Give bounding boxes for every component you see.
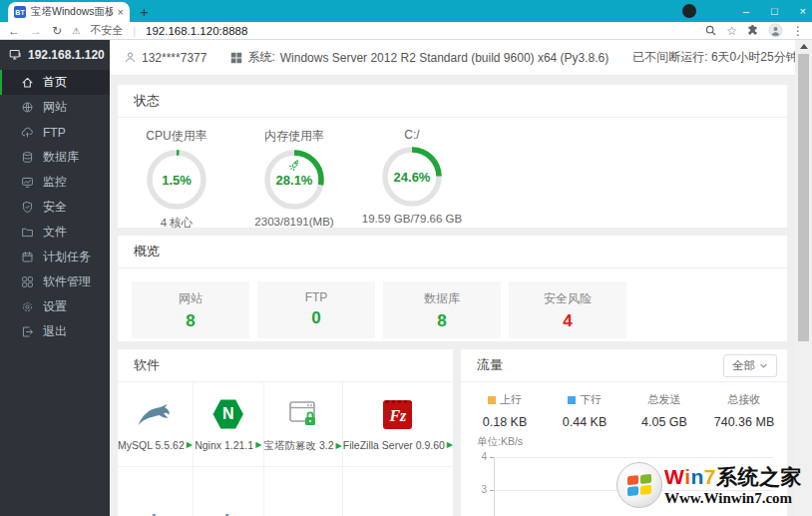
traffic-down-stat: 下行 0.44 KB xyxy=(545,392,624,429)
memory-percent: 28.1% xyxy=(263,173,325,188)
sidebar-item-website[interactable]: 网站 xyxy=(0,95,110,120)
profile-avatar-icon[interactable] xyxy=(768,23,783,38)
disk-percent: 24.6% xyxy=(381,170,443,185)
calendar-icon xyxy=(21,251,34,263)
scrollbar-thumb[interactable] xyxy=(798,54,809,341)
sidebar-item-ftp[interactable]: FTP xyxy=(0,120,110,145)
release-memory-rocket-icon[interactable] xyxy=(288,160,300,172)
zoom-icon[interactable] xyxy=(704,24,717,37)
traffic-filter-select[interactable]: 全部 xyxy=(723,354,777,377)
software-empty-cell xyxy=(343,467,453,516)
forward-icon[interactable]: → xyxy=(30,25,42,37)
browser-tab[interactable]: BT 宝塔Windows面板 × xyxy=(8,2,130,22)
running-play-icon: ▶ xyxy=(255,441,261,449)
overview-card-database[interactable]: 数据库 8 xyxy=(383,281,501,338)
software-panel: 软件 MySQL 5.5.62▶ N Nginx 1.21.1▶ 宝塔防篡改 xyxy=(118,349,453,516)
screen: BT 宝塔Windows面板 × + – □ × ← → ↻ ⚠ 不安全 | 1… xyxy=(0,0,812,516)
not-secure-warning-icon[interactable]: ⚠ xyxy=(72,26,80,36)
sidebar-item-security[interactable]: 安全 xyxy=(0,195,110,220)
reload-icon[interactable]: ↻ xyxy=(52,25,62,37)
tab-close-icon[interactable]: × xyxy=(118,7,124,18)
status-panel-title: 状态 xyxy=(118,85,787,118)
top-info-bar: 132****7377 系统: Windows Server 2012 R2 S… xyxy=(110,40,795,76)
memory-gauge: 内存使用率 28.1% 2303/8191(MB) xyxy=(235,124,353,231)
software-item-nginx[interactable]: N Nginx 1.21.1▶ xyxy=(194,382,264,467)
system-group: 系统: Windows Server 2012 R2 Standard (bui… xyxy=(230,49,609,66)
watermark-site: Www.Winwin7.com xyxy=(664,491,802,506)
software-item-filezilla[interactable]: Fz FileZilla Server 0.9.60▶ xyxy=(343,382,453,467)
overview-card-website[interactable]: 网站 8 xyxy=(132,281,249,338)
winwin7-watermark: Win7系统之家 Www.Winwin7.com xyxy=(616,462,802,508)
browser-menu-icon[interactable]: ⋮ xyxy=(792,25,804,37)
page-scrollbar[interactable] xyxy=(795,40,812,516)
user-icon xyxy=(124,51,137,64)
software-empty-cell xyxy=(264,467,343,516)
uptime-text: 已不间断运行: 6天0小时25分钟 xyxy=(632,49,797,66)
nginx-icon: N xyxy=(212,399,243,430)
windows-flag-icon xyxy=(627,473,651,497)
chart-y-axis xyxy=(494,457,495,516)
windows-logo-icon xyxy=(230,52,242,64)
maximize-button[interactable]: □ xyxy=(771,6,778,17)
bookmark-star-icon[interactable]: ☆ xyxy=(726,25,737,37)
minimize-button[interactable]: – xyxy=(743,6,749,17)
back-icon[interactable]: ← xyxy=(8,25,20,37)
watermark-brand: Win7系统之家 xyxy=(664,466,802,487)
overview-card-security-risk[interactable]: 安全风险 4 xyxy=(509,281,626,338)
memory-usage: 2303/8191(MB) xyxy=(235,216,353,228)
sidebar-item-monitor[interactable]: 监控 xyxy=(0,170,110,195)
user-group[interactable]: 132****7377 xyxy=(124,51,206,65)
monitor-icon xyxy=(21,176,34,189)
software-item-php-2[interactable]: php xyxy=(194,467,264,516)
server-monitor-icon xyxy=(9,48,22,61)
chevron-down-icon xyxy=(759,361,768,370)
tab-title: 宝塔Windows面板 xyxy=(31,5,113,19)
gear-icon xyxy=(21,300,34,313)
sidebar-item-logout[interactable]: 退出 xyxy=(0,319,110,344)
logout-icon xyxy=(21,325,34,338)
new-tab-button[interactable]: + xyxy=(140,3,149,21)
url-field[interactable]: 192.168.1.120:8888 xyxy=(146,25,694,37)
titlebar-profile-icon[interactable] xyxy=(682,4,696,18)
traffic-up-stat: 上行 0.18 KB xyxy=(465,392,545,429)
close-button[interactable]: × xyxy=(800,6,806,17)
sidebar-item-home[interactable]: 首页 xyxy=(0,70,110,95)
sidebar-item-software[interactable]: 软件管理 xyxy=(0,269,110,294)
gridline xyxy=(494,457,773,458)
main-content: 状态 CPU使用率 1.5% 4 核心 内存使用率 xyxy=(110,76,795,516)
sidebar-server-header[interactable]: 192.168.1.120 0 xyxy=(0,40,110,69)
traffic-total-sent-stat: 总发送 4.05 GB xyxy=(624,392,704,429)
sidebar-menu: 首页 网站 FTP 数据库 监控 安全 xyxy=(0,70,110,344)
sidebar-item-database[interactable]: 数据库 xyxy=(0,145,110,170)
traffic-total-received-stat: 总接收 740.36 MB xyxy=(704,392,784,429)
overview-panel-title: 概览 xyxy=(118,236,787,268)
filezilla-icon: Fz xyxy=(383,400,412,429)
shield-icon xyxy=(21,201,34,214)
software-item-php-1[interactable]: php xyxy=(118,467,194,516)
software-item-tamper-proof[interactable]: 宝塔防篡改 3.2▶ xyxy=(264,382,343,467)
software-item-mysql[interactable]: MySQL 5.5.62▶ xyxy=(118,382,194,467)
disk-usage: 19.59 GB/79.66 GB xyxy=(353,213,471,225)
windows-orb-logo xyxy=(616,462,662,508)
sidebar-item-cron[interactable]: 计划任务 xyxy=(0,245,110,269)
not-secure-label[interactable]: 不安全 xyxy=(90,23,123,38)
baota-favicon: BT xyxy=(14,6,26,18)
running-play-icon: ▶ xyxy=(336,442,342,450)
scroll-up-arrow-icon[interactable] xyxy=(800,44,808,49)
system-label: 系统: xyxy=(247,49,274,66)
tamper-proof-icon xyxy=(288,400,318,428)
address-bar: ← → ↻ ⚠ 不安全 | 192.168.1.120:8888 ☆ ⋮ xyxy=(0,22,812,40)
globe-icon xyxy=(21,101,34,114)
extensions-puzzle-icon[interactable] xyxy=(746,24,759,37)
browser-titlebar: BT 宝塔Windows面板 × + – □ × xyxy=(0,0,812,22)
grid-icon xyxy=(21,275,34,288)
running-play-icon: ▶ xyxy=(447,441,453,449)
download-legend-swatch xyxy=(568,396,576,404)
y-tick-4: 4 xyxy=(465,451,487,462)
sidebar-item-settings[interactable]: 设置 xyxy=(0,294,110,319)
overview-card-ftp[interactable]: FTP 0 xyxy=(257,281,375,338)
server-ip: 192.168.1.120 xyxy=(28,48,105,62)
sidebar-item-files[interactable]: 文件 xyxy=(0,220,110,245)
upload-legend-swatch xyxy=(488,396,496,404)
chart-unit-label: 单位:KB/s xyxy=(477,435,523,449)
